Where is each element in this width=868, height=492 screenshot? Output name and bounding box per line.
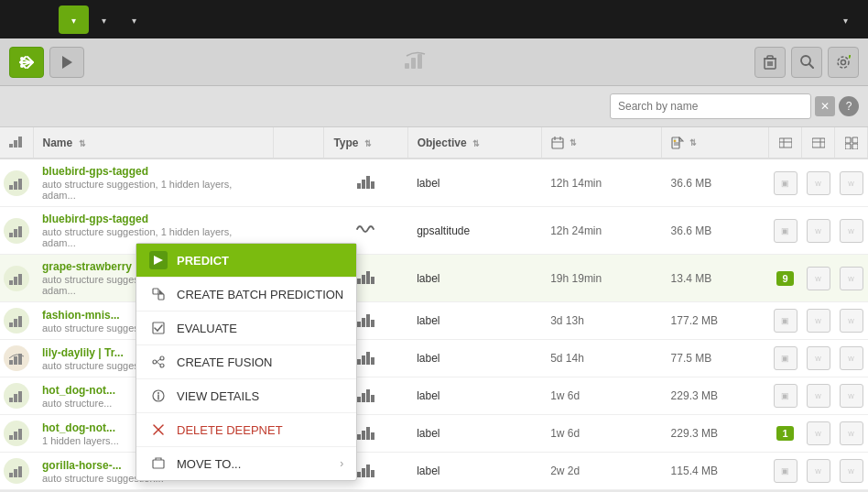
table-header-row: Name ⇅ Type ⇅ Objective ⇅ xyxy=(0,127,868,159)
col-objective[interactable]: Objective ⇅ xyxy=(407,127,541,159)
share-button[interactable] xyxy=(9,47,44,78)
nav-unsupervised[interactable] xyxy=(89,5,119,34)
svg-point-108 xyxy=(157,392,159,394)
nav-datasets[interactable] xyxy=(33,12,59,27)
row-action2-button[interactable]: w xyxy=(840,171,863,195)
context-menu-move[interactable]: MOVE TO... › xyxy=(136,447,356,480)
schedule-button[interactable]: ▣ xyxy=(774,459,797,483)
context-menu-evaluate[interactable]: EVALUATE xyxy=(136,312,356,345)
move-icon xyxy=(149,454,168,473)
row-action2-button[interactable]: w xyxy=(840,219,863,243)
row-size-cell: 229.3 MB xyxy=(662,377,769,415)
nav-sources[interactable] xyxy=(7,12,33,27)
svg-rect-88 xyxy=(14,469,17,477)
row-action1-cell: w xyxy=(802,207,835,255)
context-menu-fusion[interactable]: CREATE FUSION xyxy=(136,345,356,379)
svg-rect-47 xyxy=(366,176,370,189)
configure-button[interactable]: + xyxy=(828,47,859,78)
row-action2-button[interactable]: w xyxy=(840,459,863,483)
row-action1-cell: w xyxy=(802,377,835,415)
row-time-cell: 12h 24min xyxy=(541,207,661,255)
col-icon xyxy=(0,127,33,159)
row-size-cell: 229.3 MB xyxy=(662,415,769,453)
svg-rect-75 xyxy=(18,391,22,402)
svg-point-18 xyxy=(838,57,849,68)
delete-button[interactable] xyxy=(754,47,786,78)
svg-point-17 xyxy=(841,60,846,64)
schedule-button[interactable]: ▣ xyxy=(774,219,797,243)
col-time[interactable]: ⇅ xyxy=(541,127,661,159)
search-input[interactable] xyxy=(610,93,811,119)
row-action2-button[interactable]: w xyxy=(840,267,863,290)
row-action2-button[interactable]: w xyxy=(840,309,863,333)
row-action1-cell: w xyxy=(802,453,835,490)
col-type[interactable]: Type ⇅ xyxy=(324,127,407,159)
row-action2-button[interactable]: w xyxy=(840,421,863,445)
row-action2-button[interactable]: w xyxy=(840,346,863,370)
row-action1-button[interactable]: w xyxy=(807,219,830,243)
context-menu-predict[interactable]: PREDICT xyxy=(136,244,356,278)
svg-rect-23 xyxy=(18,137,22,148)
search-help-button[interactable]: ? xyxy=(839,96,859,116)
row-action2-cell: w xyxy=(835,453,868,490)
row-action1-button[interactable]: w xyxy=(807,384,830,408)
context-menu-batch-prediction[interactable]: CREATE BATCH PREDICTION xyxy=(136,278,356,312)
schedule-button[interactable]: ▣ xyxy=(774,384,797,408)
row-size-cell: 36.6 MB xyxy=(662,159,769,207)
svg-rect-46 xyxy=(362,180,365,189)
row-action2-cell: w xyxy=(835,255,868,302)
svg-rect-64 xyxy=(366,314,370,327)
context-menu-delete[interactable]: DELETE DEEPNET xyxy=(136,413,356,447)
table-row: hot_dog-not... 1 hidden layers... label … xyxy=(0,415,868,453)
row-action1-button[interactable]: w xyxy=(807,171,830,195)
row-type-icon xyxy=(357,179,375,191)
table-row: grape-strawberry auto structure suggesti… xyxy=(0,255,868,302)
svg-rect-11 xyxy=(767,56,773,59)
schedule-button[interactable]: ▣ xyxy=(774,171,797,195)
row-action1-button[interactable]: w xyxy=(807,459,830,483)
row-action1-button[interactable]: w xyxy=(807,267,830,290)
search-bar: ✕ ? xyxy=(0,86,868,127)
row-action1-button[interactable]: w xyxy=(807,421,830,445)
row-name[interactable]: bluebird-gps-tagged xyxy=(42,165,265,178)
evaluate-icon xyxy=(149,319,168,337)
svg-rect-96 xyxy=(158,294,164,300)
row-type-icon-cell xyxy=(0,159,33,207)
context-menu-details[interactable]: VIEW DETAILS xyxy=(136,379,356,413)
row-objective-cell: gpsaltitude xyxy=(407,207,541,255)
row-icon xyxy=(4,458,29,484)
row-action1-button[interactable]: w xyxy=(807,309,830,333)
svg-rect-52 xyxy=(9,280,13,285)
status-badge: 1 xyxy=(776,426,793,441)
nav-tasks[interactable] xyxy=(149,12,175,27)
nav-brand[interactable] xyxy=(830,5,861,34)
svg-rect-70 xyxy=(362,355,365,365)
row-action1-button[interactable]: w xyxy=(807,346,830,370)
search-button[interactable] xyxy=(791,47,822,78)
svg-rect-80 xyxy=(9,435,13,440)
row-type-icon xyxy=(357,355,375,367)
col-name[interactable]: Name ⇅ xyxy=(33,127,274,159)
col-size[interactable]: 🔒 ⇅ xyxy=(662,127,769,159)
row-time-cell: 1w 6d xyxy=(541,415,661,453)
svg-rect-53 xyxy=(14,277,17,285)
row-edit-cell xyxy=(274,159,324,207)
svg-rect-91 xyxy=(362,468,365,477)
status-badge: 9 xyxy=(776,271,793,286)
schedule-button[interactable]: ▣ xyxy=(774,309,797,333)
search-clear-button[interactable]: ✕ xyxy=(815,96,835,116)
svg-rect-35 xyxy=(812,138,825,148)
row-type-icon-cell xyxy=(0,340,33,377)
row-name[interactable]: bluebird-gps-tagged xyxy=(42,213,265,225)
nav-supervised[interactable] xyxy=(59,5,89,34)
row-objective-cell: label xyxy=(407,159,541,207)
svg-rect-62 xyxy=(357,322,361,327)
run-button[interactable] xyxy=(49,47,84,78)
svg-point-102 xyxy=(160,356,164,360)
svg-rect-74 xyxy=(14,394,17,402)
row-type-icon xyxy=(357,430,375,443)
row-action2-button[interactable]: w xyxy=(840,384,863,408)
schedule-button[interactable]: ▣ xyxy=(774,346,797,370)
nav-predictions[interactable] xyxy=(119,5,149,34)
svg-rect-89 xyxy=(18,466,22,477)
